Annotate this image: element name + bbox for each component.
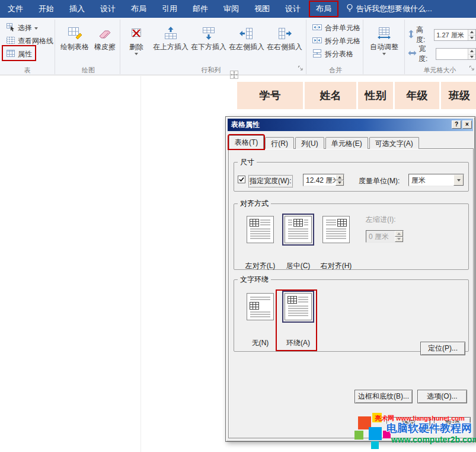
dialog-tab-table[interactable]: 表格(T) [229,135,264,149]
help-icon[interactable]: ? [452,120,461,129]
insert-below-label: 在下方插入 [191,43,226,51]
eraser-icon [97,21,113,40]
split-table-label: 拆分表格 [325,49,353,59]
table-cell-grade[interactable]: 年级 [395,82,439,109]
row-height-input[interactable]: 1.27 厘米 [434,29,476,41]
alignment-groupbox: 对齐方式 左对齐(L) 居中(C) 右对齐(H) 左缩进(I): 0 厘米 [234,199,469,270]
dialog-launcher-icon[interactable] [469,65,475,73]
tell-me-box[interactable]: 告诉我您想要做什么... [339,4,432,14]
select-cursor-icon [6,23,15,34]
options-button[interactable]: 选项(O)... [417,390,467,403]
dialog-tab-alt-text[interactable]: 可选文字(A) [369,137,419,149]
spin-down-icon [338,182,341,184]
table-cell-class[interactable]: 班级 [441,82,476,109]
eraser-button[interactable]: 橡皮擦 [91,21,119,51]
delete-label: 删除 [129,43,143,51]
insert-below-button[interactable]: 在下方插入 [190,21,228,51]
preferred-width-value: 12.42 厘米 [304,174,336,186]
insert-above-button[interactable]: 在上方插入 [152,21,190,51]
wrap-none-label: 无(N) [241,338,279,348]
watermark-site3: www.computer2b.com [391,435,476,444]
align-right-option[interactable]: 右对齐(H) [317,216,355,271]
tab-references[interactable]: 引用 [154,0,185,18]
table-cell-gender[interactable]: 性别 [358,82,393,109]
split-cells-icon [312,36,322,47]
column-width-spinner[interactable] [468,49,475,59]
split-table-button[interactable]: 拆分表格 [309,47,356,61]
draw-table-button[interactable]: 绘制表格 [58,21,91,51]
measure-unit-combobox[interactable]: 厘米 [408,174,464,186]
autofit-label: 自动调整 [370,43,398,51]
dialog-tab-cell[interactable]: 单元格(E) [325,137,368,149]
lightbulb-icon [346,4,353,14]
preferred-width-label[interactable]: 指定宽度(W): [250,176,292,186]
dialog-tab-strip: 表格(T) 行(R) 列(U) 单元格(E) 可选文字(A) [229,135,420,149]
insert-above-label: 在上方插入 [153,43,189,51]
delete-table-icon [129,21,144,40]
align-center-option[interactable]: 居中(C) [279,216,317,271]
select-button[interactable]: 选择 [4,21,40,34]
tab-view[interactable]: 视图 [247,0,277,18]
tab-mailings[interactable]: 邮件 [185,0,216,18]
positioning-button[interactable]: 定位(P)... [420,342,465,355]
chevron-down-icon [135,53,138,57]
align-center-icon [285,216,312,243]
preferred-width-input[interactable]: 12.42 厘米 [303,174,344,186]
page-edge [140,76,141,452]
wrap-around-option[interactable]: 环绕(A) [279,293,317,348]
group-label-draw: 绘图 [58,66,119,74]
text-wrapping-groupbox: 文字环绕 无(N) 环绕(A) 定位(P)... [234,275,469,352]
tab-review[interactable]: 审阅 [216,0,247,18]
text-wrapping-legend: 文字环绕 [238,275,271,285]
tab-table-design[interactable]: 设计 [277,0,308,18]
tab-insert[interactable]: 插入 [62,0,92,18]
tab-home[interactable]: 开始 [31,0,62,18]
close-icon[interactable]: × [462,120,472,129]
properties-label: 属性 [18,49,32,59]
dialog-title-bar[interactable]: 表格属性 [228,119,473,131]
insert-left-button[interactable]: 在左侧插入 [228,21,266,51]
column-width-control: 宽度: [408,44,476,64]
insert-below-icon [201,21,216,40]
merge-cells-label: 合并单元格 [325,23,360,33]
combo-dropdown-icon[interactable] [453,174,464,186]
tab-file[interactable]: 文件 [0,0,31,18]
delete-button[interactable]: 删除 [123,21,149,57]
view-gridlines-button[interactable]: 查看网格线 [4,34,56,47]
table-cell-student-id[interactable]: 学号 [237,82,303,109]
properties-button[interactable]: 属性 [4,47,34,61]
insert-above-icon [163,21,178,40]
table-cell-name[interactable]: 姓名 [305,82,356,109]
tab-design[interactable]: 设计 [92,0,123,18]
dialog-panel: 尺寸 指定宽度(W): 12.42 厘米 度量单位(M): 厘米 对齐方式 [228,148,474,438]
align-left-label: 左对齐(L) [241,261,279,271]
row-height-spinner[interactable] [468,30,475,40]
merge-cells-button[interactable]: 合并单元格 [309,21,363,34]
left-indent-spinner [395,231,403,242]
measure-unit-value: 厘米 [409,174,453,186]
select-label: 选择 [18,23,32,33]
group-label-rows-columns: 行和列 [123,66,299,74]
align-left-option[interactable]: 左对齐(L) [241,216,279,271]
tab-table-layout[interactable]: 布局 [308,0,339,18]
spin-up-icon [470,50,474,52]
borders-shading-button[interactable]: 边框和底纹(B)... [354,390,413,403]
dialog-tab-column[interactable]: 列(U) [295,137,324,149]
table-move-handle[interactable] [230,71,238,81]
insert-right-button[interactable]: 在右侧插入 [266,21,304,51]
group-label-table: 表 [0,66,55,74]
tab-layout[interactable]: 布局 [123,0,154,18]
wrap-none-icon [247,293,274,320]
preferred-width-checkbox[interactable] [238,176,245,183]
alignment-legend: 对齐方式 [238,199,271,209]
spin-up-icon [338,176,341,179]
dialog-tab-row[interactable]: 行(R) [265,137,294,149]
preferred-width-spinner[interactable] [336,174,344,186]
measure-unit-label: 度量单位(M): [359,176,400,186]
dialog-launcher-icon[interactable] [298,65,304,73]
split-cells-button[interactable]: 拆分单元格 [309,34,363,47]
wrap-none-option[interactable]: 无(N) [241,293,279,348]
column-width-input[interactable] [436,48,476,60]
chevron-down-icon [34,27,38,31]
autofit-button[interactable]: 自动调整 [366,21,402,57]
